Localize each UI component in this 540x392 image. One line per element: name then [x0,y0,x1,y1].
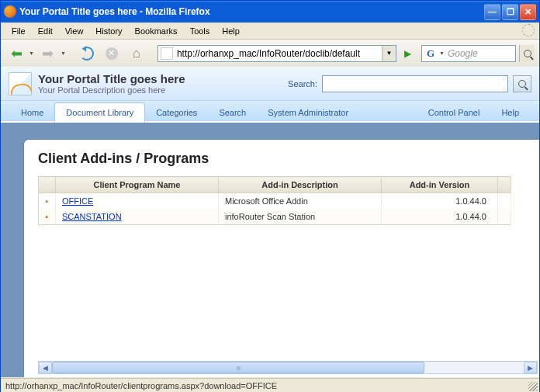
table-header-row: Client Program Name Add-in Description A… [39,177,511,193]
col-program-name: Client Program Name [56,177,219,193]
cell-program-name: OFFICE [56,193,219,210]
cell-description: Microsoft Office Addin [219,193,382,210]
scroll-thumb[interactable] [52,362,424,373]
maximize-button[interactable]: ❐ [502,4,518,20]
status-bar: http://orhanxp_mac/InfoRouter/clientprog… [1,378,539,392]
tab-home[interactable]: Home [10,103,54,121]
cell-version: 1.0.44.0 [382,209,498,225]
browser-search-bar[interactable]: G ▼ Google [421,45,516,62]
addins-table: Client Program Name Add-in Description A… [38,176,511,225]
navigation-toolbar: ⬅ ▼ ➡ ▼ ✕ ⌂ ▼ ▶ G ▼ Google [1,40,539,68]
window-title: Your Portal Title goes here - Mozilla Fi… [19,6,484,17]
home-icon: ⌂ [133,46,140,61]
stop-icon: ✕ [106,47,118,60]
menu-tools[interactable]: Tools [184,25,216,37]
cell-spacer [498,209,511,225]
row-bullet-icon: ▪ [39,209,56,225]
tab-system-administrator[interactable]: System Administrator [257,103,359,121]
portal-search-label: Search: [288,79,317,88]
reload-button[interactable] [76,43,98,64]
browser-search-button[interactable] [519,45,535,62]
cell-program-name: SCANSTATION [56,209,219,225]
cell-version: 1.0.44.0 [382,193,498,210]
status-text: http://orhanxp_mac/InfoRouter/clientprog… [5,381,277,390]
portal-tabs: Home Document Library Categories Search … [1,101,539,123]
url-input[interactable] [175,48,382,59]
activity-throbber-icon [522,24,535,36]
url-bar[interactable]: ▼ [158,45,396,62]
program-link[interactable]: OFFICE [62,196,93,206]
search-engine-dropdown-icon[interactable]: ▼ [439,50,445,56]
window-titlebar: Your Portal Title goes here - Mozilla Fi… [1,1,539,23]
close-button[interactable]: ✕ [520,4,536,20]
menu-file[interactable]: File [5,25,32,37]
portal-title: Your Portal Title goes here [38,72,288,85]
scroll-track[interactable] [424,362,524,373]
cell-spacer [498,193,511,210]
search-placeholder[interactable]: Google [446,48,515,59]
menu-history[interactable]: History [89,25,128,37]
magnifier-icon [518,80,526,88]
go-button[interactable]: ▶ [400,45,415,62]
row-bullet-icon: ▪ [39,193,56,210]
reload-icon [80,47,94,61]
tab-categories[interactable]: Categories [145,103,208,121]
magnifier-icon [524,50,531,57]
cell-description: infoRouter Scan Station [219,209,382,225]
forward-button[interactable]: ➡ [37,43,59,64]
program-link[interactable]: SCANSTATION [62,212,122,221]
tab-control-panel[interactable]: Control Panel [417,103,491,121]
tab-help[interactable]: Help [490,103,530,121]
col-version: Add-in Version [382,177,498,193]
horizontal-scrollbar[interactable]: ◀ ▶ [38,361,538,374]
page-heading: Client Add-ins / Programs [38,151,539,167]
page-favicon [161,47,173,60]
stop-button[interactable]: ✕ [101,43,123,64]
menu-view[interactable]: View [59,25,90,37]
portal-search-button[interactable] [513,75,531,92]
forward-dropdown-icon[interactable]: ▼ [61,50,66,56]
content-panel: Client Add-ins / Programs Client Program… [24,140,539,377]
menu-help[interactable]: Help [216,25,246,37]
portal-body: Client Add-ins / Programs Client Program… [1,123,539,377]
portal-description: Your Portal Description goes here [38,85,288,95]
col-spacer [498,177,511,193]
portal-logo-icon [9,72,32,95]
scroll-right-button[interactable]: ▶ [524,362,537,373]
col-bullet [39,177,56,193]
portal-search-input[interactable] [322,75,508,92]
col-description: Add-in Description [219,177,382,193]
tab-document-library[interactable]: Document Library [54,102,145,123]
minimize-button[interactable]: — [484,4,500,20]
url-dropdown-button[interactable]: ▼ [382,46,396,61]
portal-header: Your Portal Title goes here Your Portal … [1,67,539,101]
home-button[interactable]: ⌂ [126,43,147,64]
search-engine-icon[interactable]: G [424,47,437,60]
back-button[interactable]: ⬅ [5,43,27,64]
scroll-left-button[interactable]: ◀ [39,362,52,373]
back-dropdown-icon[interactable]: ▼ [29,50,34,56]
menu-bookmarks[interactable]: Bookmarks [129,25,184,37]
menu-bar: File Edit View History Bookmarks Tools H… [1,23,539,40]
browser-viewport: Your Portal Title goes here Your Portal … [1,67,539,377]
table-row: ▪ OFFICE Microsoft Office Addin 1.0.44.0 [39,193,511,210]
resize-grip-icon[interactable] [528,382,538,391]
firefox-icon [4,5,16,18]
table-row: ▪ SCANSTATION infoRouter Scan Station 1.… [39,209,511,225]
menu-edit[interactable]: Edit [32,25,59,37]
tab-search[interactable]: Search [208,103,257,121]
